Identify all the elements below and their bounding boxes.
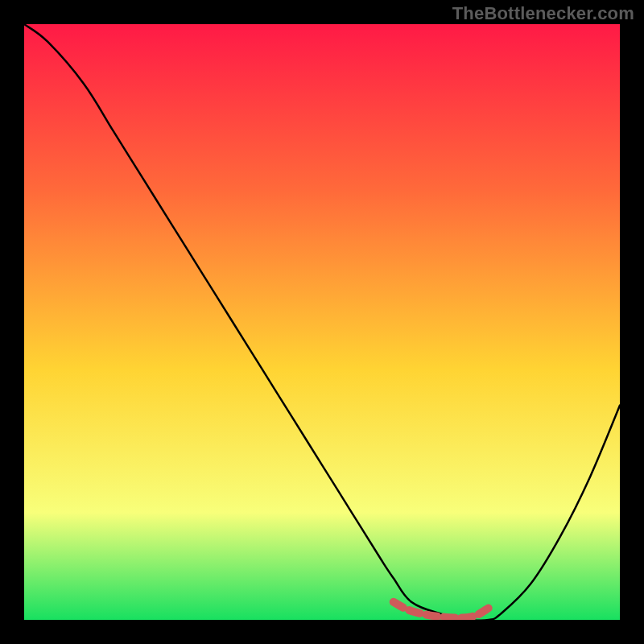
chart-frame: TheBottlenecker.com [0, 0, 644, 644]
chart-svg [24, 24, 620, 620]
watermark-text: TheBottlenecker.com [452, 3, 634, 24]
gradient-background [24, 24, 620, 620]
plot-area [24, 24, 620, 620]
